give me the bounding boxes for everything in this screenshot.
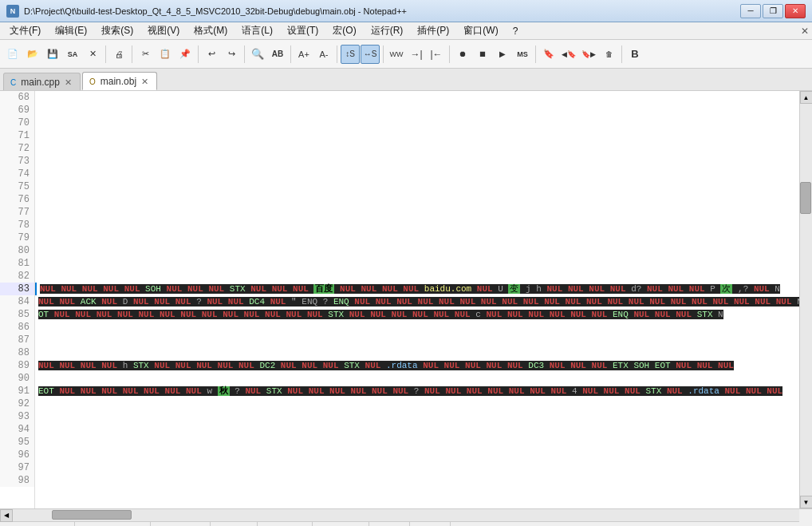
undo-button[interactable]: ↩ — [202, 45, 221, 64]
titlebar-left: N D:\Project\Qt\build-test-Desktop_Qt_4_… — [6, 5, 407, 18]
open-button[interactable]: 📂 — [23, 45, 42, 64]
line-number: 95 — [0, 436, 34, 449]
menu-format[interactable]: 格式(M) — [187, 22, 234, 39]
macro-play-button[interactable]: ▶ — [493, 45, 512, 64]
zoom-out-button[interactable]: A- — [314, 45, 333, 64]
close-x[interactable]: ✕ — [801, 26, 809, 37]
next-bookmark-button[interactable]: 🔖▶ — [579, 45, 598, 64]
find-button[interactable]: 🔍 — [248, 45, 267, 64]
code-line — [35, 117, 799, 129]
zoom-in-button[interactable]: A+ — [294, 45, 313, 64]
line-number: 97 — [0, 461, 34, 474]
line-number: 74 — [0, 168, 34, 180]
line-number: 92 — [0, 397, 34, 410]
toolbar-separator-6 — [337, 45, 337, 63]
code-area[interactable]: NUL NUL NUL NUL NUL SOH NUL NUL NUL STX … — [35, 91, 799, 508]
code-line — [35, 91, 799, 104]
sync-h-button[interactable]: ↔S — [361, 45, 380, 64]
window-controls[interactable]: ─ ❐ ✕ — [740, 4, 806, 18]
tab-main-cpp[interactable]: C main.cpp ✕ — [3, 73, 81, 90]
new-button[interactable]: 📄 — [3, 45, 22, 64]
close-file-button[interactable]: ✕ — [83, 45, 102, 64]
bold-button[interactable]: B — [625, 45, 644, 64]
ansi-status: ANSI — [410, 522, 451, 526]
menu-macro[interactable]: 宏(O) — [326, 22, 362, 39]
menu-settings[interactable]: 设置(T) — [281, 22, 325, 39]
macro-rec-button[interactable]: ⏺ — [453, 45, 472, 64]
line-number: 76 — [0, 193, 34, 206]
save-all-button[interactable]: SA — [63, 45, 82, 64]
toolbar-separator-8 — [449, 45, 450, 63]
code-line — [35, 129, 799, 142]
print-button[interactable]: 🖨 — [109, 45, 128, 64]
ln-status: Ln : 83 — [211, 522, 258, 526]
code-line — [35, 461, 799, 474]
menu-run[interactable]: 运行(R) — [365, 22, 410, 39]
status-bar: Normal text file length : 45256 lines : … — [0, 521, 812, 526]
code-line — [35, 474, 799, 487]
code-line — [35, 244, 799, 257]
menu-edit[interactable]: 编辑(E) — [49, 22, 93, 39]
scroll-left-arrow[interactable]: ◀ — [0, 509, 13, 522]
line-number: 93 — [0, 410, 34, 423]
tab-main-obj[interactable]: O main.obj ✕ — [82, 72, 157, 90]
menu-language[interactable]: 语言(L) — [235, 22, 279, 39]
horizontal-scrollbar[interactable]: ◀ — [0, 508, 812, 521]
code-line — [35, 423, 799, 436]
code-line — [35, 168, 799, 180]
line-number: 79 — [0, 231, 34, 244]
bookmark-button[interactable]: 🔖 — [539, 45, 558, 64]
scroll-up-arrow[interactable]: ▲ — [800, 91, 813, 104]
paste-button[interactable]: 📌 — [175, 45, 195, 64]
wordwrap-button[interactable]: WW — [387, 45, 406, 64]
line-number: 81 — [0, 257, 34, 270]
encoding-status: UNIX — [369, 522, 410, 526]
scroll-thumb[interactable] — [800, 182, 811, 214]
line-number: 85 — [0, 308, 34, 321]
code-line — [35, 436, 799, 449]
indent-button[interactable]: →| — [407, 45, 426, 64]
cut-button[interactable]: ✂ — [136, 45, 155, 64]
menu-plugins[interactable]: 插件(P) — [411, 22, 455, 39]
prev-bookmark-button[interactable]: ◀🔖 — [559, 45, 578, 64]
close-button[interactable]: ✕ — [785, 4, 806, 18]
line-number: 68 — [0, 91, 34, 104]
replace-button[interactable]: AB — [268, 45, 287, 64]
menu-view[interactable]: 视图(V) — [141, 22, 186, 39]
unindent-button[interactable]: |← — [427, 45, 446, 64]
redo-button[interactable]: ↪ — [222, 45, 241, 64]
macro-stop-button[interactable]: ⏹ — [473, 45, 492, 64]
code-line — [35, 180, 799, 193]
menu-search[interactable]: 搜索(S) — [95, 22, 140, 39]
menu-window[interactable]: 窗口(W) — [457, 22, 504, 39]
code-line-89: NUL NUL NUL NUL h STX NUL NUL NUL NUL NU… — [35, 359, 799, 372]
menu-help[interactable]: ? — [507, 24, 525, 38]
tab-close-main-obj[interactable]: ✕ — [141, 77, 148, 87]
toolbar-separator-2 — [132, 45, 132, 63]
col-status: Col : 245 — [258, 522, 313, 526]
scroll-track[interactable] — [800, 104, 812, 496]
file-type-status: Normal text file — [6, 522, 75, 526]
code-line — [35, 449, 799, 461]
hscroll-thumb[interactable] — [52, 510, 132, 520]
toolbar-separator-5 — [290, 45, 291, 63]
macro-save-button[interactable]: MS — [513, 45, 532, 64]
line-number: 84 — [0, 295, 34, 308]
vertical-scrollbar[interactable]: ▲ ▼ — [799, 91, 812, 508]
tab-label-main-cpp: main.cpp — [21, 77, 60, 88]
copy-button[interactable]: 📋 — [156, 45, 175, 64]
save-button[interactable]: 💾 — [43, 45, 62, 64]
line-number: 89 — [0, 359, 34, 372]
hscroll-track[interactable] — [13, 509, 799, 521]
clear-bookmark-button[interactable]: 🗑 — [599, 45, 618, 64]
code-line — [35, 193, 799, 206]
line-numbers: 68 69 70 71 72 73 74 75 76 77 78 79 80 8… — [0, 91, 35, 508]
minimize-button[interactable]: ─ — [740, 4, 761, 18]
line-number: 88 — [0, 346, 34, 359]
menu-file[interactable]: 文件(F) — [3, 22, 47, 39]
tab-close-main-cpp[interactable]: ✕ — [65, 77, 72, 88]
restore-button[interactable]: ❐ — [763, 4, 783, 18]
scroll-down-arrow[interactable]: ▼ — [800, 496, 813, 508]
code-line — [35, 155, 799, 168]
sync-v-button[interactable]: ↕S — [341, 45, 360, 64]
